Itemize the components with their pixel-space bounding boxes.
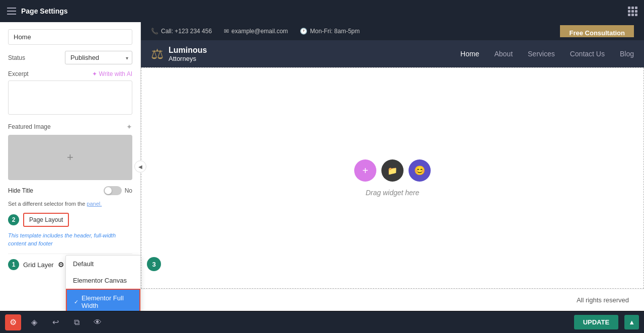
page-layout-row: 2 Page Layout xyxy=(8,213,132,227)
hide-title-row: Hide Title No xyxy=(8,186,132,195)
canvas-content: + 📁 😊 Drag widget here xyxy=(141,67,644,311)
featured-image-label: Featured Image xyxy=(8,123,51,130)
add-image-icon: + xyxy=(67,151,73,164)
page-layout-dropdown: Default Elementor Canvas ✓ Elementor Ful… xyxy=(65,255,141,311)
hours-text: Mon-Fri: 8am-5pm xyxy=(310,28,360,35)
topbar-right xyxy=(628,7,637,16)
eye-icon: 👁 xyxy=(94,318,102,327)
check-icon: ✓ xyxy=(74,299,78,305)
hours-info: 🕐 Mon-Fri: 8am-5pm xyxy=(300,28,360,35)
dropdown-item-elementor-canvas[interactable]: Elementor Canvas xyxy=(66,272,140,289)
featured-image-box[interactable]: + xyxy=(8,135,132,180)
free-consultation-button[interactable]: Free Consultation xyxy=(560,25,634,37)
drag-widget-text: Drag widget here xyxy=(366,189,420,197)
dropdown-item-default[interactable]: Default xyxy=(66,256,140,272)
site-logo: ⚖ Luminous Attorneys xyxy=(151,45,207,63)
template-widget-button[interactable]: 😊 xyxy=(409,159,431,182)
update-chevron-button[interactable]: ▲ xyxy=(624,315,639,329)
status-label: Status xyxy=(8,54,25,61)
excerpt-row: Excerpt ✦ Write with AI xyxy=(8,70,132,77)
hide-title-toggle[interactable] xyxy=(104,186,122,195)
nav-link-home[interactable]: Home xyxy=(460,50,479,58)
layers-icon: ◈ xyxy=(31,317,37,327)
page-name-field xyxy=(8,29,132,45)
excerpt-label: Excerpt xyxy=(8,70,29,77)
add-widget-button[interactable]: + xyxy=(354,159,376,182)
folder-icon: 📁 xyxy=(387,166,397,176)
history-icon: ↩ xyxy=(52,317,59,327)
folder-widget-button[interactable]: 📁 xyxy=(381,159,404,182)
write-ai-button[interactable]: ✦ Write with AI xyxy=(92,70,132,77)
topbar-left: Page Settings xyxy=(7,7,68,15)
page-layout-button[interactable]: Page Layout xyxy=(23,213,69,227)
status-select[interactable]: Published Draft Pending Review Private xyxy=(65,51,132,64)
history-toolbar-button[interactable]: ↩ xyxy=(47,314,63,330)
template-icon: ⧉ xyxy=(74,318,79,327)
chevron-up-icon: ▲ xyxy=(628,318,635,326)
step3-badge: 3 xyxy=(147,257,161,271)
page-name-input[interactable] xyxy=(8,29,132,45)
sidebar: Status Published Draft Pending Review Pr… xyxy=(0,22,141,311)
sidebar-collapse-button[interactable]: ◀ xyxy=(134,160,146,173)
grid-view-icon[interactable] xyxy=(628,7,637,16)
status-row: Status Published Draft Pending Review Pr… xyxy=(8,51,132,64)
nav-link-contact[interactable]: Contact Us xyxy=(570,50,605,58)
nav-link-blog[interactable]: Blog xyxy=(620,50,634,58)
phone-info: 📞 Call: +123 234 456 xyxy=(151,28,212,35)
canvas-area: 📞 Call: +123 234 456 ✉ example@email.com… xyxy=(141,22,644,311)
hamburger-menu-icon[interactable] xyxy=(7,8,16,15)
logo-text: Luminous Attorneys xyxy=(169,45,207,63)
update-button[interactable]: UPDATE xyxy=(574,315,618,329)
panel-link[interactable]: panel. xyxy=(87,201,102,207)
plus-icon: + xyxy=(362,165,368,177)
nav-link-about[interactable]: About xyxy=(494,50,513,58)
editor-topbar: Page Settings xyxy=(0,0,644,22)
toggle-thumb xyxy=(105,187,112,194)
step2-badge: 2 xyxy=(8,214,19,225)
hide-title-label: Hide Title xyxy=(8,187,33,194)
app-wrapper: Page Settings Status xyxy=(0,0,644,333)
widget-area: + 📁 😊 Drag widget here xyxy=(334,139,451,217)
excerpt-textarea[interactable] xyxy=(8,80,132,115)
footer-text: All rights reserved xyxy=(577,296,629,304)
set-selector-text: Set a different selector from the panel. xyxy=(8,200,132,208)
grid-layer-label: Grid Layer xyxy=(23,261,54,269)
clock-icon: 🕐 xyxy=(300,28,307,35)
layers-toolbar-button[interactable]: ◈ xyxy=(26,314,42,330)
canvas-page: + 📁 😊 Drag widget here xyxy=(141,67,644,289)
toggle-no-label: No xyxy=(125,187,132,194)
site-footer: All rights reserved xyxy=(141,289,644,311)
logo-sub: Attorneys xyxy=(169,55,207,63)
email-icon: ✉ xyxy=(224,28,229,35)
toggle-wrapper: No xyxy=(104,186,132,195)
site-nav: ⚖ Luminous Attorneys Home About Services… xyxy=(141,40,644,67)
dropdown-item-elementor-fullwidth[interactable]: ✓ Elementor Full Width xyxy=(66,289,140,311)
editor-title: Page Settings xyxy=(21,7,68,15)
step1-badge: 1 xyxy=(8,259,19,270)
bottom-toolbar: ⚙ ◈ ↩ ⧉ 👁 UPDATE ▲ xyxy=(0,311,644,333)
template-note: This template includes the header, full-… xyxy=(8,232,132,247)
featured-image-expand-icon[interactable]: ✦ xyxy=(126,123,132,131)
smile-icon: 😊 xyxy=(414,165,425,176)
logo-name: Luminous xyxy=(169,45,207,55)
widget-buttons: + 📁 😊 xyxy=(354,159,431,182)
settings-toolbar-button[interactable]: ⚙ xyxy=(5,314,21,330)
grid-layer-settings-icon[interactable]: ⚙ xyxy=(58,261,64,269)
logo-icon: ⚖ xyxy=(151,46,164,62)
template-toolbar-button[interactable]: ⧉ xyxy=(68,314,85,330)
main-area: Status Published Draft Pending Review Pr… xyxy=(0,22,644,311)
nav-link-services[interactable]: Services xyxy=(528,50,555,58)
phone-text: Call: +123 234 456 xyxy=(161,28,212,35)
site-nav-links: Home About Services Contact Us Blog xyxy=(460,50,634,58)
preview-toolbar-button[interactable]: 👁 xyxy=(90,314,106,330)
site-topbar: 📞 Call: +123 234 456 ✉ example@email.com… xyxy=(141,22,644,40)
phone-icon: 📞 xyxy=(151,28,158,35)
gear-icon: ⚙ xyxy=(10,317,17,327)
featured-image-row: Featured Image ✦ xyxy=(8,123,132,131)
status-select-wrapper: Published Draft Pending Review Private ▾ xyxy=(65,51,132,64)
email-info: ✉ example@email.com xyxy=(224,28,288,35)
ai-icon: ✦ xyxy=(92,70,97,77)
email-text: example@email.com xyxy=(231,28,288,35)
